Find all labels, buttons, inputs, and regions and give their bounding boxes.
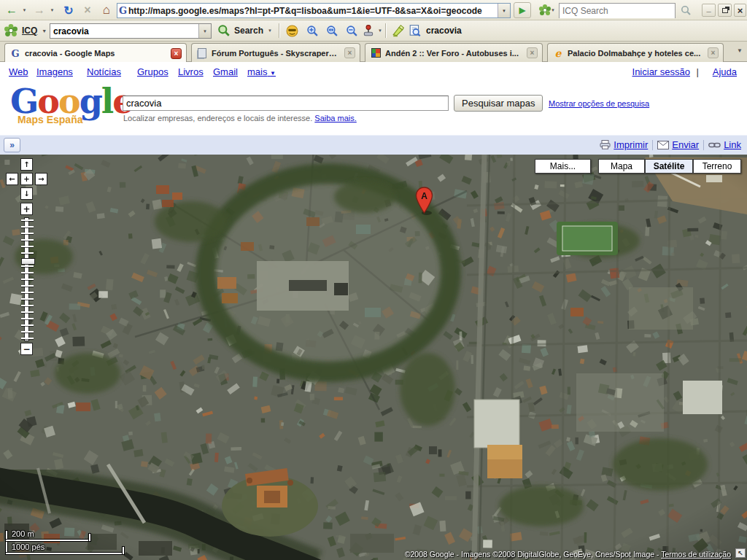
satellite-map-viewport[interactable]: ↑ ← + → ↓ + − Mais... Mapa Satélite Terr…: [0, 155, 747, 560]
search-icon: [681, 5, 692, 16]
tab-anden2[interactable]: Andén 2 :: Ver Foro - Autobuses i... ×: [365, 43, 543, 62]
zoom-in-icon: [306, 25, 319, 37]
find-query-label: cracovia: [426, 26, 462, 36]
map-type-terrain-button[interactable]: Terreno: [693, 159, 741, 174]
browser-toolbar: ← ▼ → ▼ ↻ × ⌂ G ▼ ▶ ▼ _: [0, 0, 747, 20]
scale-metric-tick: [89, 534, 90, 541]
print-label: Imprimir: [614, 139, 648, 150]
zoom-slider-handle[interactable]: [21, 258, 35, 265]
go-button[interactable]: ▶: [514, 2, 531, 18]
google-favicon: G: [9, 47, 21, 59]
arrow-right-icon: →: [38, 175, 44, 183]
center-cross-icon: +: [23, 175, 29, 183]
forward-dropdown[interactable]: ▼: [48, 2, 56, 18]
link-divider: |: [697, 66, 699, 77]
nav-link-noticias[interactable]: Notícias: [87, 66, 121, 77]
signin-link[interactable]: Iniciar sessão: [632, 66, 690, 77]
icq-search-go-button[interactable]: [677, 2, 694, 18]
nav-link-grupos[interactable]: Grupos: [137, 66, 169, 77]
zoom-in-button[interactable]: [303, 23, 321, 39]
site-favicon: G: [117, 5, 128, 16]
forward-icon: →: [34, 4, 45, 17]
back-button[interactable]: ←: [3, 2, 20, 18]
pan-down-button[interactable]: ↓: [20, 187, 33, 200]
nav-link-gmail[interactable]: Gmail: [213, 66, 238, 77]
grid-favicon: [370, 47, 382, 59]
collapse-panel-button[interactable]: »: [4, 138, 20, 152]
map-type-map-button[interactable]: Mapa: [598, 159, 645, 174]
corner-expand-button[interactable]: ↖: [735, 548, 746, 558]
highlight-button[interactable]: [390, 23, 407, 39]
diagonal-arrow-icon: ↖: [738, 550, 743, 557]
home-button[interactable]: ⌂: [98, 2, 115, 18]
nav-link-livros[interactable]: Livros: [178, 66, 204, 77]
url-history-dropdown[interactable]: ▼: [498, 4, 510, 18]
chevron-down-icon: ▼: [270, 70, 276, 77]
close-button[interactable]: ×: [734, 4, 746, 17]
map-search-input[interactable]: [123, 96, 449, 111]
tab-list-dropdown[interactable]: ▼: [737, 47, 743, 54]
search-icon: [217, 24, 231, 37]
icq-menu[interactable]: ICQ ▼: [22, 20, 47, 41]
pan-center-button[interactable]: +: [20, 173, 33, 185]
tab-close-icon[interactable]: ×: [171, 48, 182, 59]
stop-button[interactable]: ×: [79, 2, 96, 18]
more-button[interactable]: Mais...: [535, 159, 591, 174]
pan-right-button[interactable]: →: [35, 173, 47, 185]
tab-palacio[interactable]: e Palacio Dolmabahçe y hoteles ce... ×: [547, 43, 724, 62]
icq-search-box[interactable]: [559, 3, 676, 18]
pointer-tool-button[interactable]: ▼: [362, 20, 382, 41]
zoom-out-button[interactable]: [343, 23, 360, 39]
icq-flower-button[interactable]: [4, 20, 18, 41]
nav-link-mais[interactable]: mais ▼: [247, 66, 276, 77]
find-in-page-icon: [409, 24, 422, 37]
icq-query-box[interactable]: ▼: [50, 23, 212, 39]
nav-link-web[interactable]: Web: [9, 66, 28, 77]
minimize-button[interactable]: _: [702, 4, 716, 17]
zoom-reset-button[interactable]: [323, 23, 341, 39]
icq-search-button[interactable]: Search ▼: [217, 20, 272, 41]
zoom-out-button[interactable]: −: [20, 343, 33, 355]
tab-close-icon[interactable]: ×: [344, 47, 355, 58]
address-bar[interactable]: G ▼: [117, 3, 511, 18]
refresh-button[interactable]: ↻: [60, 2, 77, 18]
back-dropdown[interactable]: ▼: [20, 2, 28, 18]
search-maps-button[interactable]: Pesquisar mapas: [454, 95, 543, 112]
query-history-dropdown[interactable]: ▼: [198, 24, 211, 38]
nav-link-imagens[interactable]: Imagens: [36, 66, 73, 77]
tab-close-icon[interactable]: ×: [708, 47, 719, 58]
pan-left-button[interactable]: ←: [6, 173, 18, 185]
zoom-in-button[interactable]: +: [20, 203, 33, 215]
tab-forum-portugues[interactable]: Fórum Português - SkyscraperCity ×: [191, 43, 360, 62]
icq-status-button[interactable]: [283, 23, 301, 39]
find-in-page-button[interactable]: cracovia: [409, 20, 462, 41]
restore-button[interactable]: [718, 4, 732, 17]
print-link[interactable]: Imprimir: [600, 139, 648, 150]
restore-icon: [722, 8, 728, 13]
search-button-label: Search: [234, 26, 263, 36]
icq-search-input[interactable]: [560, 4, 675, 18]
forward-button[interactable]: →: [31, 2, 48, 18]
saiba-mais-link[interactable]: Saiba mais.: [314, 114, 356, 122]
send-link[interactable]: Enviar: [657, 139, 699, 150]
icq-flower-icon: [4, 24, 18, 37]
search-options-link[interactable]: Mostrar opções de pesquisa: [549, 99, 649, 108]
tab-label: cracovia - Google Maps: [25, 49, 166, 58]
chain-link-icon: [708, 141, 721, 149]
chevron-down-icon: ▼: [551, 8, 555, 12]
logo-letter: l: [101, 82, 112, 121]
url-input[interactable]: [128, 6, 498, 16]
link-link[interactable]: Link: [708, 139, 741, 150]
map-marker-a[interactable]: A: [414, 187, 434, 216]
icq-menu-button[interactable]: ▼: [536, 2, 558, 18]
tab-google-maps[interactable]: G cracovia - Google Maps ×: [4, 43, 187, 63]
terms-link[interactable]: Termos de utilização: [661, 550, 731, 559]
joystick-icon: [362, 24, 375, 37]
pan-up-button[interactable]: ↑: [20, 158, 33, 171]
tab-close-icon[interactable]: ×: [527, 47, 538, 58]
zoom-slider-track[interactable]: [24, 217, 29, 341]
help-link[interactable]: Ajuda: [713, 66, 737, 77]
icq-query-input[interactable]: [50, 24, 198, 38]
e-favicon: e: [552, 47, 564, 59]
map-type-satellite-button[interactable]: Satélite: [645, 159, 693, 174]
